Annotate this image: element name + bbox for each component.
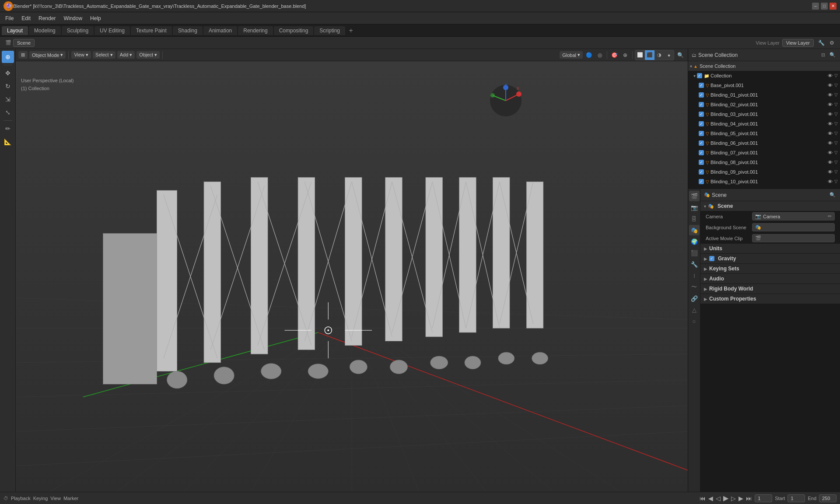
item-checkbox[interactable]: ✓ [699,121,704,126]
rotate-tool[interactable]: ↻ [2,80,14,92]
item-select[interactable]: ▽ [834,131,838,136]
item-visibility[interactable]: 👁 [828,83,833,88]
item-checkbox[interactable]: ✓ [699,160,704,165]
marker-menu[interactable]: Marker [63,496,78,501]
item-select[interactable]: ▽ [834,169,838,175]
rigid-body-header[interactable]: ▶ Rigid Body World [700,284,840,294]
proportional-edit[interactable]: ◎ [595,50,605,60]
wireframe-shading[interactable]: ⬜ [635,50,645,60]
item-checkbox[interactable]: ✓ [699,112,704,117]
item-checkbox[interactable]: ✓ [699,131,704,136]
item-visibility[interactable]: 👁 [828,150,833,155]
outliner-item-blinding-05[interactable]: ✓ ▽ Blinding_05_pivot.001 👁 ▽ [688,129,840,138]
keying-sets-header[interactable]: ▶ Keying Sets [700,264,840,273]
item-select[interactable]: ▽ [834,150,838,155]
viewport-gizmos[interactable]: 🎯 [609,50,619,60]
item-checkbox[interactable]: ✓ [699,169,704,175]
viewport[interactable]: ⊞ Object Mode ▾ View ▾ Select ▾ Add ▾ Ob… [16,49,688,492]
props-tab-world[interactable]: 🌍 [689,236,700,247]
view-menu[interactable]: View ▾ [71,51,91,59]
item-checkbox[interactable]: ✓ [699,150,704,155]
item-select[interactable]: ▽ [834,160,838,165]
item-checkbox[interactable]: ✓ [699,102,704,107]
rendered-shading[interactable]: ● [664,50,674,60]
search-button[interactable]: 🔍 [676,50,685,60]
item-checkbox[interactable]: ✓ [699,83,704,88]
outliner-content[interactable]: ▾ ▲ Scene Collection ▾ ✓ 📁 Collection 👁 … [688,61,840,188]
outliner-item-blinding-08[interactable]: ✓ ▽ Blinding_08_pivot.001 👁 ▽ [688,158,840,167]
props-tab-modifier[interactable]: 🔧 [689,259,700,270]
outliner-item-blinding-07[interactable]: ✓ ▽ Blinding_07_pivot.001 👁 ▽ [688,148,840,158]
jump-end-button[interactable]: ⏭ [746,495,752,502]
props-tab-output[interactable]: 📷 [689,202,700,213]
play-button[interactable]: ▶ [723,494,728,502]
gravity-header[interactable]: ▶ ✓ Gravity [700,254,840,263]
props-search[interactable]: 🔍 [829,191,836,199]
scene-selector[interactable]: Scene [13,39,35,47]
annotate-tool[interactable]: ✏ [2,122,14,135]
start-frame-input[interactable]: 1 [788,494,805,502]
outliner-item-blinding-02[interactable]: ✓ ▽ Blinding_02_pivot.001 👁 ▽ [688,100,840,109]
scene-section-header[interactable]: ▾ 🎭 Scene [700,201,840,211]
tab-rendering[interactable]: Rendering [238,26,273,35]
tab-animation[interactable]: Animation [203,26,237,35]
item-visibility[interactable]: 👁 [828,102,833,107]
item-select[interactable]: ▽ [834,112,838,117]
measure-tool[interactable]: 📐 [2,136,14,148]
item-checkbox[interactable]: ✓ [699,140,704,146]
item-select[interactable]: ▽ [834,92,838,98]
end-frame-input[interactable]: 250 [819,494,836,502]
props-tab-render[interactable]: 🎬 [689,191,700,201]
cursor-tool[interactable]: ⊕ [2,51,14,63]
props-tab-object[interactable]: ⬛ [689,248,700,258]
item-visibility[interactable]: 👁 [828,140,833,146]
item-visibility[interactable]: 👁 [828,131,833,136]
snap-button[interactable]: 🔵 [584,50,594,60]
gravity-checkbox[interactable]: ✓ [709,256,714,261]
item-select[interactable]: ▽ [834,140,838,146]
solid-shading[interactable]: ⬛ [645,50,654,60]
props-tab-scene[interactable]: 🎭 [689,225,700,235]
item-checkbox[interactable]: ✓ [699,92,704,98]
item-visibility[interactable]: 👁 [828,160,833,165]
outliner-item-blinding-03[interactable]: ✓ ▽ Blinding_03_pivot.001 👁 ▽ [688,109,840,119]
item-select[interactable]: ▽ [834,121,838,126]
keying-menu[interactable]: Keying [33,496,48,501]
select-icon[interactable]: ▽ [834,73,838,78]
camera-value[interactable]: 📷 Camera ✏ [752,212,835,220]
maximize-button[interactable]: □ [821,3,828,10]
editor-type-button[interactable]: ⊞ [18,51,28,59]
outliner-item-base[interactable]: ✓ ▽ Base_pivot.001 👁 ▽ [688,80,840,90]
item-visibility[interactable]: 👁 [828,121,833,126]
menu-help[interactable]: Help [87,14,105,22]
current-frame-input[interactable]: 1 [755,494,772,502]
menu-edit[interactable]: Edit [18,14,34,22]
item-visibility[interactable]: 👁 [828,92,833,98]
transform-tool[interactable]: ⤡ [2,106,14,119]
render-engine-icon[interactable]: 🔧 [816,38,826,48]
jump-start-button[interactable]: ⏮ [700,495,706,502]
props-tab-data[interactable]: △ [689,304,700,315]
tab-shading[interactable]: Shading [173,26,203,35]
add-menu[interactable]: Add ▾ [117,51,135,59]
custom-props-header[interactable]: ▶ Custom Properties [700,294,840,304]
tab-texture-paint[interactable]: Texture Paint [131,26,172,35]
tab-scripting[interactable]: Scripting [314,26,345,35]
props-tab-particles[interactable]: ⁞ [689,270,700,281]
menu-window[interactable]: Window [60,14,86,22]
active-movie-clip-value[interactable]: 🎬 [752,234,835,242]
move-tool[interactable]: ✥ [2,67,14,79]
item-checkbox[interactable]: ✓ [699,179,704,184]
viewport-canvas[interactable]: X Z User Perspective (Local) (1) Collect… [16,61,688,492]
props-tab-constraints[interactable]: 🔗 [689,293,700,304]
props-tab-view-layer[interactable]: 🗄 [689,214,700,224]
tab-sculpting[interactable]: Sculpting [62,26,94,35]
next-frame-button[interactable]: ▶ [738,495,743,502]
scene-collection-row[interactable]: ▾ ▲ Scene Collection [688,61,840,71]
audio-header[interactable]: ▶ Audio [700,274,840,284]
tab-compositing[interactable]: Compositing [274,26,314,35]
object-mode-selector[interactable]: Object Mode ▾ [29,51,66,59]
outliner-item-blinding-01[interactable]: ✓ ▽ Blinding_01_pivot.001 👁 ▽ [688,90,840,100]
material-shading[interactable]: ◑ [654,50,664,60]
close-button[interactable]: ✕ [830,3,836,10]
